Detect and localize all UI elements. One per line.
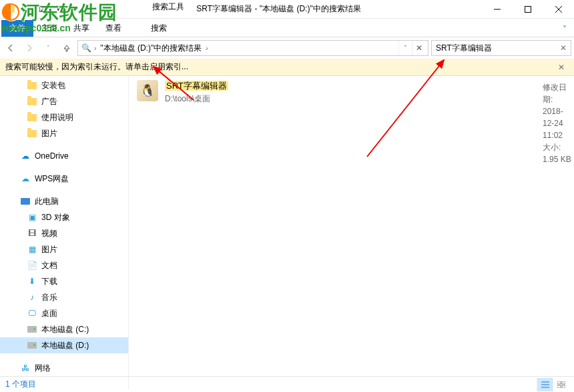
explorer-icon[interactable] [3,2,17,17]
item-count: 1 个项目 [5,379,36,390]
size-value: 1.95 KB [543,155,571,164]
nav-up-button[interactable] [59,40,75,56]
navigation-pane[interactable]: 安装包广告使用说明图片☁OneDrive☁WPS网盘此电脑▣3D 对象🎞视频▦图… [0,76,129,389]
nav-recent-dropdown-icon[interactable]: ˅ [40,40,56,56]
tree-item[interactable]: 🖧网络 [0,360,128,376]
qat-properties-icon[interactable]: 📄 [19,2,33,17]
info-bar[interactable]: 搜索可能较慢，因为索引未运行。请单击启用索引... ✕ [0,59,574,76]
search-location-icon: 🔍 [81,43,91,53]
date-label: 修改日期: [543,83,567,104]
file-menu[interactable]: 文件 [1,20,33,37]
search-tools-contextual: 搜索工具 [152,1,184,13]
tree-item-icon: 🖵 [27,308,37,319]
tree-item-label: 桌面 [41,308,57,319]
tree-item-label: 本地磁盘 (D:) [41,340,89,351]
breadcrumb[interactable]: "本地磁盘 (D:)"中的搜索结果 [99,43,203,54]
chevron-right-icon[interactable]: › [91,45,99,52]
tree-item-label: 下载 [41,276,57,287]
tree-item-icon: 🎞 [27,228,37,239]
content-area[interactable]: 🐧 SRT字幕编辑器 D:\tools\桌面 修改日期: 2018-12-24 … [129,76,574,389]
maximize-button[interactable] [513,0,543,19]
tree-item-icon [20,196,31,207]
tab-home[interactable]: 主页 [33,20,65,37]
tab-view[interactable]: 查看 [97,20,129,37]
search-text: SRT字幕编辑器 [436,43,560,54]
tree-item-label: 图片 [41,128,57,139]
tree-item-icon: ☁ [20,173,31,184]
tree-item[interactable]: ▣3D 对象 [0,209,128,225]
tab-search[interactable]: 搜索 [143,20,175,37]
view-large-icons-button[interactable] [553,378,569,391]
minimize-button[interactable] [482,0,513,19]
tree-item-icon [27,128,37,139]
tree-item[interactable]: 🖵桌面 [0,305,128,321]
tree-item[interactable]: 此电脑 [0,193,128,209]
search-tools-label: 搜索工具 [152,1,184,13]
svg-rect-7 [557,381,561,384]
ribbon-expand-icon[interactable]: ˅ [555,25,574,37]
chevron-right-icon[interactable]: › [203,45,210,52]
body: 安装包广告使用说明图片☁OneDrive☁WPS网盘此电脑▣3D 对象🎞视频▦图… [0,76,574,389]
tree-item[interactable]: ⬇下载 [0,273,128,289]
nav-back-button[interactable] [3,40,19,56]
date-value: 2018-12-24 11:02 [543,107,563,140]
result-metadata: 修改日期: 2018-12-24 11:02 大小: 1.95 KB [543,81,574,165]
tree-item[interactable]: 广告 [0,93,128,109]
tree-item-icon: ▦ [27,244,37,255]
status-bar: 1 个项目 [0,376,574,392]
tree-item[interactable]: ☁WPS网盘 [0,171,128,187]
tree-item-icon [27,324,37,335]
tree-item-label: 使用说明 [41,112,73,123]
tree-item-label: OneDrive [35,151,69,161]
result-name: SRT字幕编辑器 [165,81,228,91]
nav-forward-button[interactable] [21,40,37,56]
tree-item-label: 网络 [35,363,51,374]
tree-item-label: 安装包 [41,80,65,91]
result-text: SRT字幕编辑器 D:\tools\桌面 [165,80,228,385]
qat-dropdown-icon[interactable]: ▾ [51,2,65,17]
svg-rect-8 [562,381,565,384]
tree-item-icon: ♪ [27,292,37,303]
tree-item-label: 图片 [41,244,57,255]
qat-new-folder-icon[interactable]: ☑ [35,2,49,17]
tree-item-icon: ☁ [20,151,31,161]
window-controls [482,0,574,19]
tree-item-label: 视频 [41,228,57,239]
size-label: 大小: [543,143,561,152]
search-result-item[interactable]: 🐧 SRT字幕编辑器 D:\tools\桌面 [137,80,228,385]
tree-item[interactable]: 📄文档 [0,257,128,273]
quick-access-toolbar: 📄 ☑ ▾ [0,2,75,17]
tree-item[interactable]: ♪音乐 [0,289,128,305]
tab-share[interactable]: 共享 [65,20,97,37]
info-bar-close-icon[interactable]: ✕ [554,63,569,72]
close-button[interactable] [543,0,574,19]
tree-item[interactable]: 安装包 [0,77,128,93]
tree-item-icon [27,340,37,351]
tree-item[interactable]: 本地磁盘 (C:) [0,321,128,337]
tree-item-label: 文档 [41,260,57,271]
tree-item-icon: 📄 [27,260,37,271]
search-input[interactable]: SRT字幕编辑器 ✕ [431,40,571,56]
address-bar-row: ˅ 🔍 › "本地磁盘 (D:)"中的搜索结果 › ˅ ✕ SRT字幕编辑器 ✕ [0,37,574,59]
tree-item[interactable]: 🎞视频 [0,225,128,241]
tree-item[interactable]: 本地磁盘 (D:) [0,337,128,353]
ribbon-tabs: 文件 主页 共享 查看 搜索 ˅ [0,19,574,37]
tree-item[interactable]: ☁OneDrive [0,148,128,164]
tree-item-icon: 🖧 [20,363,31,373]
tree-item-icon [27,80,37,91]
tree-item[interactable]: 图片 [0,125,128,141]
svg-rect-1 [525,6,531,12]
address-dropdown-icon[interactable]: ˅ [398,41,412,55]
view-details-button[interactable] [537,378,553,391]
tree-item-icon [27,96,37,107]
address-bar[interactable]: 🔍 › "本地磁盘 (D:)"中的搜索结果 › ˅ ✕ [77,40,428,56]
clear-search-button[interactable]: ✕ [412,41,425,55]
result-path: D:\tools\桌面 [165,93,228,105]
tree-item-label: 本地磁盘 (C:) [41,324,89,335]
window-title: SRT字幕编辑器 - "本地磁盘 (D:)"中的搜索结果 [75,3,482,15]
tree-item-icon: ⬇ [27,276,37,287]
clear-search-icon[interactable]: ✕ [560,43,567,53]
tree-item[interactable]: 使用说明 [0,109,128,125]
tree-item[interactable]: ▦图片 [0,241,128,257]
info-bar-message: 搜索可能较慢，因为索引未运行。请单击启用索引... [5,61,554,73]
